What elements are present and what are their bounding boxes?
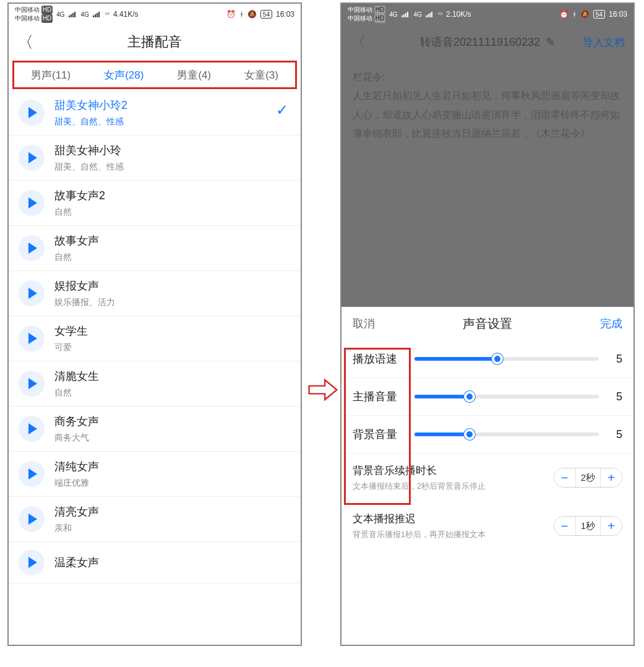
play-icon [28, 468, 37, 480]
play-button[interactable] [19, 416, 45, 442]
voice-tags: 可爱 [54, 342, 291, 353]
status-bar: 中国移动 HD 中国移动 HD 4G 4G ⌔ 4.41K/s ⏰ ᚼ 🔕 54… [9, 4, 301, 25]
signal-icon [69, 11, 77, 17]
stepper-value: 1秒 [575, 517, 601, 535]
text-content-area[interactable]: 栏花令: 人生若只如初见人生若只如初见，何事秋风悲画扇等闲变却故人心，却道故人心… [341, 59, 633, 307]
play-button[interactable] [19, 235, 45, 261]
play-button[interactable] [19, 190, 45, 216]
mute-icon: 🔕 [580, 10, 590, 19]
play-button[interactable] [19, 100, 45, 126]
voice-tags: 甜美、自然、性感 [54, 116, 291, 127]
play-icon [28, 557, 37, 568]
slider-label: 主播音量 [353, 389, 406, 404]
voice-item[interactable]: 清亮女声亲和 [9, 497, 301, 542]
play-button[interactable] [19, 325, 45, 351]
voice-name: 温柔女声 [54, 555, 291, 570]
header: 〈 主播配音 [9, 25, 301, 59]
stepper-desc: 背景音乐播报1秒后，再开始播报文本 [353, 529, 554, 540]
slider-track[interactable] [414, 357, 599, 361]
voice-item[interactable]: 温柔女声 [9, 542, 301, 583]
stepper-desc: 文本播报结束后，2秒后背景音乐停止 [353, 481, 554, 492]
tab-female[interactable]: 女声(28) [104, 68, 144, 82]
slider-label: 播放语速 [353, 351, 406, 366]
voice-item[interactable]: 故事女声2自然 [9, 181, 301, 226]
voice-tags: 自然 [54, 252, 291, 263]
voice-item[interactable]: 娱报女声娱乐播报、活力 [9, 271, 301, 316]
play-button[interactable] [19, 280, 45, 306]
voice-name: 清脆女生 [54, 369, 291, 384]
signal-icon [93, 11, 101, 17]
tab-male[interactable]: 男声(11) [31, 68, 71, 82]
stepper-value: 2秒 [575, 468, 601, 487]
bluetooth-icon: ᚼ [239, 10, 244, 19]
voice-tags: 甜美、自然、性感 [54, 161, 291, 173]
slider-label: 背景音量 [353, 427, 406, 442]
voice-item[interactable]: 清脆女生自然 [9, 361, 301, 407]
stepper-control: −1秒+ [554, 516, 622, 536]
voice-item[interactable]: 甜美女神小玲甜美、自然、性感 [9, 136, 301, 181]
arrow-icon [308, 371, 338, 408]
play-icon [28, 423, 37, 434]
signal-icon [401, 11, 410, 17]
alarm-icon: ⏰ [559, 10, 569, 19]
voice-category-tabs: 男声(11) 女声(28) 男童(4) 女童(3) [12, 61, 297, 89]
status-bar: 中国移动 HD 中国移动 HD 4G 4G ⌔ 2.10K/s ⏰ ᚼ 🔕 54… [341, 4, 633, 25]
right-phone-screen: 中国移动 HD 中国移动 HD 4G 4G ⌔ 2.10K/s ⏰ ᚼ 🔕 54… [340, 2, 635, 646]
play-icon [28, 197, 37, 209]
stepper-minus-button[interactable]: − [554, 517, 575, 535]
tab-girl[interactable]: 女童(3) [244, 68, 278, 82]
voice-name: 女学生 [54, 324, 291, 338]
sound-settings-sheet: 取消 声音设置 完成 播放语速5主播音量5背景音量5 背景音乐续播时长文本播报结… [341, 307, 633, 645]
slider-row: 播放语速5 [341, 340, 633, 378]
sheet-title: 声音设置 [341, 316, 633, 332]
play-icon [28, 333, 37, 344]
stepper-minus-button[interactable]: − [554, 468, 575, 487]
voice-item[interactable]: 甜美女神小玲2甜美、自然、性感✓ [9, 90, 301, 136]
voice-item[interactable]: 商务女声商务大气 [9, 407, 301, 452]
voice-name: 清纯女声 [54, 459, 291, 474]
stepper-control: −2秒+ [554, 468, 622, 488]
play-button[interactable] [19, 145, 45, 171]
slider-thumb[interactable] [464, 429, 475, 440]
play-button[interactable] [19, 371, 45, 397]
play-icon [28, 378, 37, 389]
voice-name: 商务女声 [54, 414, 291, 429]
slider-row: 背景音量5 [341, 416, 633, 454]
stepper-plus-button[interactable]: + [601, 468, 622, 487]
stepper-row: 文本播报推迟背景音乐播报1秒后，再开始播报文本−1秒+ [341, 502, 633, 550]
slider-thumb[interactable] [492, 353, 503, 364]
play-icon [28, 107, 37, 118]
voice-tags: 自然 [54, 207, 291, 218]
voice-name: 故事女声 [54, 233, 291, 248]
play-icon [28, 514, 37, 525]
play-icon [28, 152, 37, 163]
stepper-title: 背景音乐续播时长 [353, 463, 554, 478]
slider-thumb[interactable] [464, 391, 475, 402]
slider-track[interactable] [414, 432, 599, 436]
play-button[interactable] [19, 549, 45, 575]
page-title: 主播配音 [9, 33, 301, 51]
voice-tags: 端庄优雅 [54, 478, 291, 489]
stepper-plus-button[interactable]: + [601, 517, 622, 535]
slider-track[interactable] [414, 395, 599, 398]
voice-item[interactable]: 清纯女声端庄优雅 [9, 452, 301, 497]
edit-icon[interactable]: ✎ [546, 36, 555, 48]
voice-name: 娱报女声 [54, 278, 291, 293]
voice-item[interactable]: 女学生可爱 [9, 316, 301, 361]
bluetooth-icon: ᚼ [572, 10, 577, 19]
left-phone-screen: 中国移动 HD 中国移动 HD 4G 4G ⌔ 4.41K/s ⏰ ᚼ 🔕 54… [7, 2, 302, 646]
check-icon: ✓ [276, 101, 288, 119]
tab-boy[interactable]: 男童(4) [177, 68, 211, 82]
slider-value: 5 [608, 390, 622, 403]
voice-name: 甜美女神小玲2 [54, 98, 291, 113]
voice-tags: 商务大气 [54, 432, 291, 444]
voice-name: 故事女声2 [54, 188, 291, 203]
body-text: 人生若只如初见人生若只如初见，何事秋风悲画扇等闲变却故人心，却道故人心易变骊山语… [353, 87, 622, 143]
voice-tags: 亲和 [54, 523, 291, 534]
voice-item[interactable]: 故事女声自然 [9, 226, 301, 271]
header: 〈 转语音20211119160232 ✎ 导入文档 [341, 25, 633, 59]
play-button[interactable] [19, 461, 45, 487]
voice-tags: 娱乐播报、活力 [54, 297, 291, 308]
play-button[interactable] [19, 506, 45, 532]
slider-row: 主播音量5 [341, 378, 633, 416]
